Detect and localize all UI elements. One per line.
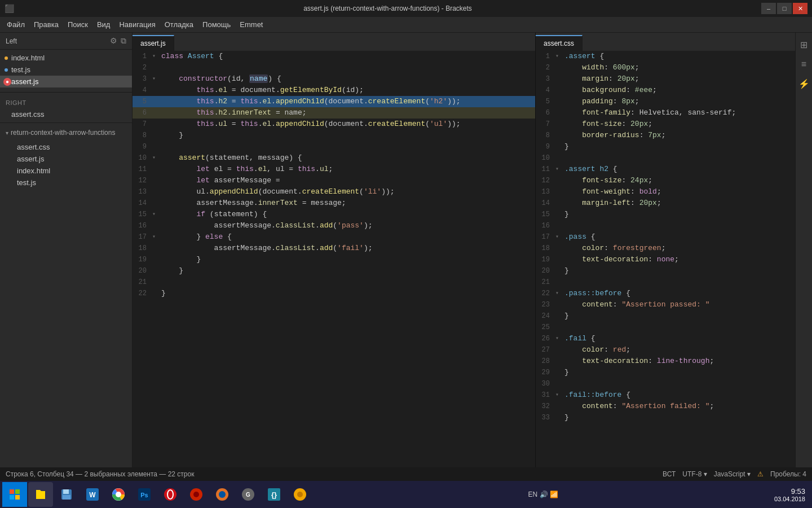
code-line: 21 <box>133 277 535 288</box>
code-line: 4 this.el = document.getElementById(id); <box>133 85 535 96</box>
tab-assert-js[interactable]: assert.js <box>133 35 174 51</box>
taskbar-chrome[interactable] <box>106 482 131 507</box>
code-line: 19 text-decoration: none; <box>536 254 795 265</box>
taskbar-app3[interactable]: G <box>236 482 261 507</box>
folder-file-test-js[interactable]: test.js <box>0 177 132 189</box>
gear-icon[interactable]: ⚙ <box>110 36 117 46</box>
code-line: 15 ▾ if (statement) { <box>133 209 535 220</box>
file-item-test-js[interactable]: test.js <box>0 64 132 76</box>
encoding-label[interactable]: UTF-8 ▾ <box>682 470 707 478</box>
taskbar-app4[interactable] <box>288 482 312 507</box>
statusbar: Строка 6, Столбец 34 — 2 выбранных элеме… <box>0 467 812 481</box>
left-code-content[interactable]: 1 ▾ class Assert { 2 3 ▾ constructor(id,… <box>133 51 535 467</box>
file-name: assert.css <box>11 110 45 119</box>
folder-section[interactable]: ▾ return-context-with-arrow-functions <box>0 125 132 140</box>
taskbar-file-explorer[interactable] <box>28 482 53 507</box>
taskbar-firefox[interactable] <box>210 482 235 507</box>
spaces-label[interactable]: Пробелы: 4 <box>770 470 806 478</box>
menu-item-emmet[interactable]: Emmet <box>235 18 267 31</box>
close-button[interactable]: ✕ <box>793 3 807 14</box>
left-tab-bar: assert.js <box>133 33 535 51</box>
code-line: 15 } <box>536 209 795 220</box>
clock-date: 03.04.2018 <box>774 496 805 502</box>
live-preview-icon[interactable]: ⚡ <box>796 76 812 91</box>
code-line: 13 ul.appendChild(document.createElement… <box>133 186 535 198</box>
code-line: 17 ▾ .pass { <box>536 231 795 243</box>
sys-icons: 🔊 📶 <box>540 491 558 498</box>
sidebar-header: Left ⚙ ⧉ <box>0 33 132 50</box>
menubar: ФайлПравкаПоискВидНавигацияОтладкаПомощь… <box>0 17 812 33</box>
file-name: index.html <box>17 167 50 175</box>
menu-item-поиск[interactable]: Поиск <box>63 18 92 31</box>
menu-item-навигация[interactable]: Навигация <box>114 18 160 31</box>
taskbar-photoshop[interactable]: Ps <box>132 482 157 507</box>
menu-item-помощь[interactable]: Помощь <box>198 18 235 31</box>
taskbar-app1[interactable]: W <box>80 482 105 507</box>
svg-point-18 <box>219 491 226 498</box>
code-line: 29 } <box>536 367 795 378</box>
file-name: assert.css <box>17 143 50 151</box>
file-name: test.js <box>11 65 30 74</box>
code-line: 14 margin-left: 20px; <box>536 198 795 209</box>
menu-item-вид[interactable]: Вид <box>92 18 115 31</box>
split-icon[interactable]: ⧉ <box>121 36 126 46</box>
arrow-icon: ▾ <box>6 130 8 136</box>
separator <box>0 92 132 93</box>
folder-file-assert-js[interactable]: assert.js <box>0 153 132 165</box>
language-label[interactable]: JavaScript ▾ <box>714 470 751 478</box>
code-line: 21 <box>536 277 795 288</box>
warning-icon[interactable]: ⚠ <box>757 470 764 478</box>
right-code-content[interactable]: 1 ▾ .assert { 2 width: 600px; 3 margin: … <box>536 51 795 467</box>
folder-file-assert-css[interactable]: assert.css <box>0 141 132 153</box>
extension-icon[interactable]: ⊞ <box>798 37 810 52</box>
menu-item-файл[interactable]: Файл <box>2 18 29 31</box>
code-line: 16 assertMessage.classList.add('pass'); <box>133 220 535 231</box>
svg-text:Ps: Ps <box>140 492 148 498</box>
svg-rect-6 <box>63 495 70 500</box>
menu-item-отладка[interactable]: Отладка <box>160 18 198 31</box>
taskbar-brackets[interactable]: {} <box>262 482 286 507</box>
titlebar: ⬛ assert.js (return-context-with-arrow-f… <box>0 0 812 17</box>
title-text: assert.js (return-context-with-arrow-fun… <box>14 5 761 12</box>
tab-assert-css[interactable]: assert.css <box>536 35 582 51</box>
code-line: 1 ▾ .assert { <box>536 51 795 62</box>
sidebar-left: Left ⚙ ⧉ index.html test.js ● assert.js … <box>0 33 133 467</box>
code-line: 18 color: forestgreen; <box>536 243 795 254</box>
svg-point-16 <box>193 492 199 497</box>
code-line: 10 ▾ assert(statement, message) { <box>133 152 535 164</box>
start-button[interactable] <box>2 482 27 507</box>
code-line: 3 margin: 20px; <box>536 73 795 85</box>
file-item-index-html[interactable]: index.html <box>0 52 132 64</box>
code-line: 27 color: red; <box>536 344 795 356</box>
layers-icon[interactable]: ≡ <box>799 57 809 72</box>
right-tools-panel: ⊞ ≡ ⚡ <box>795 33 812 467</box>
taskbar-opera[interactable] <box>158 482 183 507</box>
bct-label[interactable]: ВСТ <box>663 470 676 478</box>
system-tray: EN 🔊 📶 <box>526 491 561 498</box>
file-name: assert.js <box>17 155 44 163</box>
svg-text:{}: {} <box>271 491 277 499</box>
sidebar-header-icons: ⚙ ⧉ <box>110 36 126 46</box>
file-item-assert-js[interactable]: ● assert.js <box>0 76 132 87</box>
minimize-button[interactable]: – <box>761 3 776 14</box>
right-code-panel: assert.css 1 ▾ .assert { 2 width: 600px;… <box>536 33 795 467</box>
right-section-label: Right <box>0 95 132 108</box>
sidebar-left-label: Left <box>6 37 17 45</box>
code-line: 2 <box>133 62 535 73</box>
error-dot: ● <box>3 78 11 86</box>
taskbar-save[interactable] <box>54 482 79 507</box>
menu-item-правка[interactable]: Правка <box>29 18 63 31</box>
svg-point-10 <box>116 492 121 497</box>
folder-file-index-html[interactable]: index.html <box>0 165 132 177</box>
code-line: 9 } <box>536 141 795 152</box>
taskbar-app2[interactable] <box>184 482 209 507</box>
file-name: assert.js <box>11 77 38 86</box>
separator2 <box>0 122 132 123</box>
code-line: 20 } <box>133 265 535 277</box>
file-item-assert-css[interactable]: assert.css <box>0 108 132 120</box>
maximize-button[interactable]: □ <box>777 3 792 14</box>
code-line: 11 let el = this.el, ul = this.ul; <box>133 164 535 175</box>
taskbar: W Ps <box>0 481 812 508</box>
code-line: 3 ▾ constructor(id, name) { <box>133 73 535 85</box>
code-line: 4 background: #eee; <box>536 85 795 96</box>
